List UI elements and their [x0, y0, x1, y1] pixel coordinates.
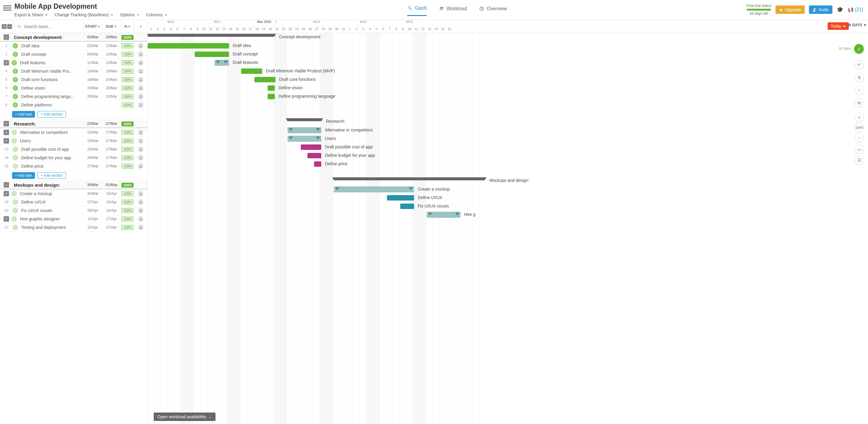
add-section-button[interactable]: + Add section: [37, 172, 66, 179]
section-bar[interactable]: [287, 118, 321, 121]
assignee-avatar[interactable]: [138, 208, 144, 213]
col-head-due[interactable]: DUE▼: [102, 20, 121, 33]
task-expand-toggle[interactable]: +: [4, 216, 9, 222]
summary-bar[interactable]: [215, 60, 229, 66]
task-status-check[interactable]: ✓: [13, 155, 18, 160]
task-row[interactable]: 14✓Define budget for your app26/Mar27/Ma…: [0, 153, 147, 162]
assignee-avatar[interactable]: [138, 68, 144, 74]
task-status-check[interactable]: ✓: [13, 52, 18, 57]
task-status-check[interactable]: ✓: [11, 138, 17, 144]
options-menu[interactable]: Options▼: [120, 12, 140, 17]
summary-bar[interactable]: [287, 136, 321, 142]
collapse-panel-button[interactable]: [134, 20, 147, 33]
task-expand-toggle[interactable]: +: [4, 130, 9, 135]
task-row[interactable]: +✓Create a mockup30/Mar10/Apr100%: [0, 189, 147, 198]
assignee-avatar[interactable]: [138, 224, 144, 231]
task-panel[interactable]: −Concept development:02/Mar20/Mar100%1✓D…: [0, 33, 148, 424]
task-status-check[interactable]: ✓: [13, 85, 18, 91]
zoom-out-button[interactable]: −: [855, 133, 864, 142]
task-row[interactable]: 4✓Draft Minimum Viable Pro...16/Mar18/Ma…: [0, 67, 147, 75]
task-bar[interactable]: [387, 195, 414, 201]
col-head-start[interactable]: START▼: [84, 20, 102, 33]
task-status-check[interactable]: ✓: [13, 208, 18, 213]
assignee-avatar[interactable]: [138, 43, 144, 49]
today-button[interactable]: Today ➔: [828, 22, 849, 30]
summary-bar[interactable]: [334, 186, 414, 192]
task-status-check[interactable]: ✓: [13, 199, 18, 205]
task-row[interactable]: 5✓Draft core functions18/Mar20/Mar100%: [0, 75, 147, 84]
add-task-button[interactable]: + Add task: [12, 172, 35, 179]
critical-path-button[interactable]: ⑂: [855, 86, 864, 95]
assignee-avatar[interactable]: [138, 51, 144, 57]
assignee-avatar[interactable]: [138, 129, 144, 135]
assignee-avatar[interactable]: [138, 60, 144, 66]
section-row[interactable]: −Mockups and design:30/Mar01/May100%: [0, 181, 147, 189]
undo-button[interactable]: ↶: [855, 60, 864, 69]
assignee-avatar[interactable]: [138, 190, 144, 196]
section-collapse-toggle[interactable]: −: [4, 182, 9, 188]
task-row[interactable]: 22✓Testing and deployment20/Apr27/Apr100…: [0, 223, 147, 232]
copy-button[interactable]: ⧉: [855, 98, 864, 108]
hamburger-icon[interactable]: [3, 4, 11, 12]
task-status-check[interactable]: ✓: [13, 77, 18, 82]
task-bar[interactable]: [268, 94, 275, 99]
task-expand-toggle[interactable]: +: [4, 191, 9, 196]
tab-gantt[interactable]: Gantt: [407, 5, 427, 16]
zoom-reset-button[interactable]: 100%: [855, 123, 864, 132]
task-bar[interactable]: [254, 77, 276, 82]
section-bar[interactable]: [148, 34, 274, 37]
summary-bar[interactable]: [287, 127, 321, 133]
task-row[interactable]: 1✓Draft idea02/Mar13/Mar100%: [0, 41, 147, 50]
task-bar[interactable]: [314, 161, 321, 167]
section-bar[interactable]: [334, 177, 485, 180]
scale-toggle[interactable]: ⚙ DAYS ▼: [848, 23, 867, 27]
task-status-check[interactable]: ✓: [13, 68, 18, 74]
task-bar[interactable]: [241, 68, 262, 74]
workload-availability-button[interactable]: Open workload availability ⌄: [154, 413, 216, 421]
assignee-avatar[interactable]: [138, 199, 144, 205]
task-status-check[interactable]: ✓: [13, 147, 18, 152]
sync-button[interactable]: ✓: [854, 44, 864, 54]
section-row[interactable]: −Concept development:02/Mar20/Mar100%: [0, 33, 147, 41]
task-status-check[interactable]: ✓: [13, 163, 18, 169]
notifications-button[interactable]: 📢 (21): [847, 7, 863, 13]
assignee-avatar[interactable]: [138, 146, 144, 152]
task-row[interactable]: 6✓Define vision20/Mar20/Mar100%: [0, 84, 147, 92]
assignee-avatar[interactable]: [138, 77, 144, 83]
collapse-all-button[interactable]: −: [7, 24, 12, 29]
task-bar[interactable]: [400, 204, 414, 209]
task-row[interactable]: 13✓Draft possible cost of app25/Mar27/Ma…: [0, 145, 147, 153]
gantt-panel[interactable]: Concept development:Draft ideaDraft conc…: [148, 33, 868, 424]
graduation-icon[interactable]: 🎓: [837, 6, 843, 13]
task-row[interactable]: 2✓Draft concept09/Mar13/Mar100%: [0, 50, 147, 59]
task-status-check[interactable]: ✓: [13, 43, 18, 49]
task-status-check[interactable]: ✓: [11, 130, 17, 135]
task-row[interactable]: 8✓Define platforms100%: [0, 101, 147, 109]
task-row[interactable]: 15✓Define price27/Mar27/Mar100%: [0, 162, 147, 171]
task-status-check[interactable]: ✓: [11, 216, 17, 222]
task-status-check[interactable]: ✓: [13, 102, 18, 108]
task-row[interactable]: +✓Users23/Mar27/Mar100%: [0, 137, 147, 145]
task-bar[interactable]: [195, 52, 229, 57]
columns-menu[interactable]: Columns▼: [146, 12, 167, 17]
assignee-avatar[interactable]: [138, 163, 144, 169]
assignee-avatar[interactable]: [138, 85, 144, 91]
task-row[interactable]: +✓Hire graphic designer13/Apr17/Apr100%: [0, 215, 147, 223]
search-input[interactable]: [24, 24, 80, 29]
tab-overview[interactable]: Overview: [479, 6, 507, 16]
assignee-avatar[interactable]: [138, 216, 144, 222]
change-tracking-menu[interactable]: Change Tracking (Baselines)▼: [55, 12, 114, 17]
task-row[interactable]: +✓Draft features12/Mar13/Mar100%: [0, 59, 147, 67]
task-bar[interactable]: [148, 43, 229, 49]
summary-bar[interactable]: [427, 212, 461, 218]
add-section-button[interactable]: + Add section: [37, 111, 66, 118]
expand-all-button[interactable]: +: [2, 24, 7, 29]
task-status-check[interactable]: ✓: [13, 225, 18, 230]
details-button[interactable]: ☰: [855, 156, 864, 165]
task-row[interactable]: 7✓Define programming langu...20/Mar20/Ma…: [0, 92, 147, 101]
task-expand-toggle[interactable]: +: [4, 60, 9, 65]
task-row[interactable]: 19✓Define UI/UX07/Apr10/Apr100%: [0, 198, 147, 206]
task-status-check[interactable]: ✓: [11, 60, 17, 65]
task-expand-toggle[interactable]: +: [4, 138, 9, 144]
task-row[interactable]: +✓Alternative or competitors23/Mar27/Mar…: [0, 128, 147, 137]
